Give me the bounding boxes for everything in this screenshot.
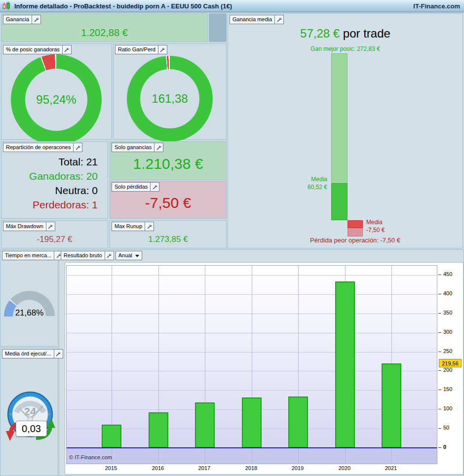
solo-ganancias-settings-button[interactable] [155,143,163,152]
wrench-icon [64,47,70,53]
pct-donut-value: 95,24% [11,54,102,145]
ratio-donut-value: 161,38 [127,56,213,142]
y-tick-label: 300 [443,329,452,335]
max-drawdown-settings-button[interactable] [46,222,55,231]
row-ganadoras: Ganadoras: 20 [3,169,98,183]
row-perdedoras: Perdedoras: 1 [3,198,98,212]
panel-ganancia-media-title: Ganancia media [230,15,275,24]
panel-ganancia-header: Ganancia [3,15,41,24]
reparticion-settings-button[interactable] [74,143,82,152]
y-tick [438,332,441,333]
y-tick-label: 250 [443,348,452,354]
panel-solo-perdidas-title: Solo pérdidas [112,182,151,192]
wrench-icon [106,253,112,259]
panel-ganancia-title: Ganancia [3,15,32,24]
solo-perdidas-value: -7,50 € [110,195,226,211]
title-bar: Informe detallado - ProBacktest - buided… [0,0,464,12]
solo-ganancias-value: 1.210,38 € [110,156,226,172]
y-tick [438,409,441,409]
wrench-icon [55,351,61,357]
y-tick [438,352,441,352]
chevron-down-icon [135,255,139,259]
panel-max-runup: Max Runup 1.273,85 € [110,220,227,248]
solo-perdidas-settings-button[interactable] [151,182,159,192]
panel-reparticion: Repartición de operacones Total: 21 Gana… [1,141,108,219]
result-bar [335,281,355,448]
panel-tiempo-title: Tiempo en merca... [2,251,54,260]
y-tick-label: 0 [443,444,446,450]
panel-resultado-header: Resultado bruto Anual [61,251,142,260]
panel-pct-title: % de posic ganadoras [3,45,63,54]
avg-loss-bar-light [348,228,363,237]
ratio-settings-button[interactable] [158,45,167,54]
panel-ratio-header: Ratio Gan/Perd [115,45,167,54]
y-tick-label: 50 [443,425,449,431]
panel-max-runup-title: Max Runup [112,222,145,231]
result-bar [195,402,215,448]
media-gain-value: 60,52 € [308,184,327,191]
media-ord-settings-button[interactable] [54,349,63,358]
ganancia-settings-button[interactable] [32,15,41,24]
panel-tiempo: Tiempo en merca... 21,68% [0,249,58,347]
y-tick [438,370,441,371]
y-tick [438,294,441,294]
media-loss-label: Media [366,219,383,226]
resultado-settings-button[interactable] [105,251,114,260]
annual-x-axis: 2015201620172018201920202021 [66,465,437,473]
ganancia-media-settings-button[interactable] [275,15,284,24]
result-bar [102,425,121,448]
row-total: Total: 21 [3,155,98,169]
panel-resultado-title: Resultado bruto [61,251,105,260]
media-gain-label: Media [311,176,327,183]
y-tick-label: 450 [443,271,452,277]
panel-solo-ganancias-title: Solo ganancias [112,143,155,152]
panel-media-ord: Media órd ejecut/... 24 0,03 [0,348,58,476]
x-tick-label: 2015 [96,465,126,471]
wrench-icon [75,145,81,151]
result-bar [382,363,401,448]
max-runup-settings-button[interactable] [145,222,154,231]
period-dropdown[interactable]: Anual [116,251,142,260]
panel-reparticion-title: Repartición de operacones [3,143,74,152]
avg-gain-bar-light [331,53,348,183]
y-tick [438,447,441,448]
top-filler-block [209,13,227,42]
panel-solo-perdidas: Solo pérdidas -7,50 € [110,181,227,219]
wrench-icon [159,47,165,53]
y-tick-label: 100 [443,405,452,411]
y-tick [438,313,441,314]
candlestick-icon [2,1,12,11]
ratio-donut-chart: 161,38 [127,56,213,142]
result-bar [242,397,262,448]
x-tick-label: 2021 [376,465,406,471]
avg-per-trade-value: 57,28 € [300,27,340,40]
panel-pct-header: % de posic ganadoras [3,45,72,54]
panel-ganancia-media: Ganancia media 57,28 € por trade Gan mej… [228,13,463,248]
y-tick-label: 150 [443,386,452,392]
x-tick-label: 2020 [330,465,359,471]
panel-ratio-title: Ratio Gan/Perd [115,45,158,54]
time-gauge-value: 21,68% [0,308,58,318]
orders-per-day-value: 0,03 [16,421,47,436]
pct-settings-button[interactable] [63,45,72,54]
wrench-icon [156,145,162,151]
wrench-icon [47,224,53,230]
annual-plot-area: © IT-Finance.com [66,265,437,464]
panel-ganancia: Ganancia 1.202,88 € [1,13,208,42]
window-title: Informe detallado - ProBacktest - buided… [14,2,232,10]
result-bar [288,397,308,448]
media-loss-value: -7,50 € [366,227,385,234]
wrench-icon [147,224,153,230]
y-tick [438,275,441,275]
panel-solo-ganancias: Solo ganancias 1.210,38 € [110,141,227,180]
annual-chart-box: © IT-Finance.com 05010015020025030035040… [65,262,464,475]
brand-label: IT-Finance.com [413,2,460,10]
max-runup-value: 1.273,85 € [110,235,226,244]
panel-tiempo-header: Tiempo en merca... [2,251,63,260]
zero-axis-line [67,447,437,448]
watermark-label: © IT-Finance.com [69,454,112,460]
wrench-icon [34,17,39,23]
panel-solo-perdidas-header: Solo pérdidas [112,182,159,192]
panel-ratio: Ratio Gan/Perd 161,38 [113,43,227,140]
panel-pct-ganadoras: % de posic ganadoras 95,24% [1,43,112,140]
